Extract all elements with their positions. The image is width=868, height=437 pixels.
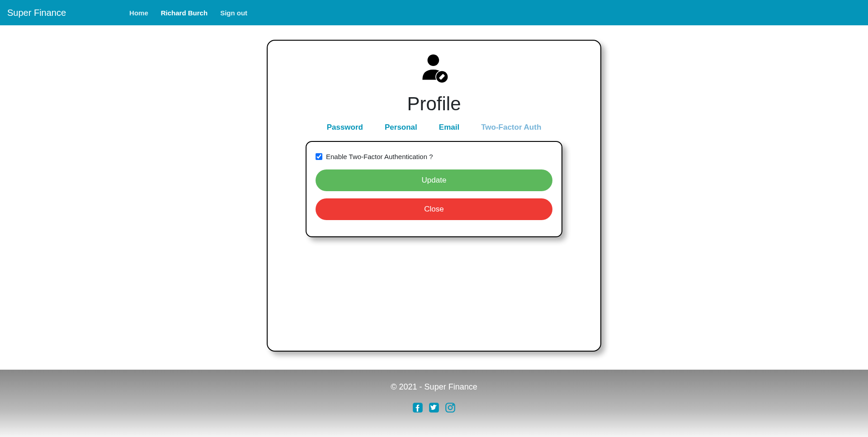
enable-2fa-label: Enable Two-Factor Authentication ?: [326, 153, 433, 160]
update-button[interactable]: Update: [316, 169, 552, 191]
page-title: Profile: [280, 93, 588, 115]
instagram-icon[interactable]: [444, 402, 456, 415]
main-content: Profile Password Personal Email Two-Fact…: [0, 25, 868, 370]
tab-email[interactable]: Email: [439, 123, 459, 132]
enable-2fa-checkbox[interactable]: [316, 153, 322, 160]
nav-home[interactable]: Home: [129, 9, 148, 17]
svg-point-0: [428, 54, 439, 66]
nav-signout[interactable]: Sign out: [220, 9, 247, 17]
close-button[interactable]: Close: [316, 198, 552, 220]
tab-two-factor[interactable]: Two-Factor Auth: [481, 123, 541, 132]
brand-link[interactable]: Super Finance: [7, 8, 66, 18]
twitter-icon[interactable]: [428, 402, 440, 415]
social-icons: [0, 402, 868, 415]
user-edit-icon: [416, 52, 452, 89]
navbar: Super Finance Home Richard Burch Sign ou…: [0, 0, 868, 25]
nav-user[interactable]: Richard Burch: [161, 9, 208, 17]
tabs: Password Personal Email Two-Factor Auth: [280, 123, 588, 132]
svg-point-7: [448, 406, 453, 410]
two-factor-panel: Enable Two-Factor Authentication ? Updat…: [306, 141, 562, 237]
tab-personal[interactable]: Personal: [385, 123, 417, 132]
tab-password[interactable]: Password: [327, 123, 363, 132]
footer-copyright: © 2021 - Super Finance: [0, 382, 868, 392]
profile-card: Profile Password Personal Email Two-Fact…: [267, 40, 601, 352]
footer: © 2021 - Super Finance: [0, 370, 868, 437]
svg-point-8: [453, 404, 453, 405]
facebook-icon[interactable]: [412, 402, 424, 415]
checkbox-row: Enable Two-Factor Authentication ?: [316, 153, 552, 160]
nav-links: Home Richard Burch Sign out: [129, 9, 247, 17]
